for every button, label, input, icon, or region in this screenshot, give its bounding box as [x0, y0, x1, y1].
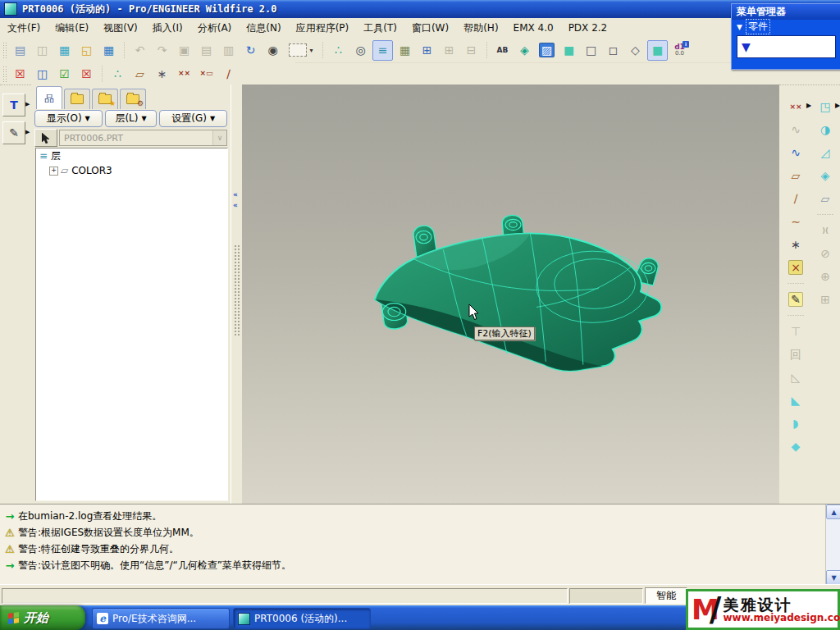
datum-display-button[interactable]: ◈ — [514, 40, 535, 61]
menu-manager-listbox[interactable]: ▼ — [737, 35, 836, 58]
model-combobox[interactable]: PRT0006.PRT ∨ — [59, 130, 227, 146]
point-display-toggle-button[interactable]: ×× — [174, 63, 194, 84]
chamfer-tool-button[interactable]: ◆ — [785, 436, 807, 457]
annotation-feature-button[interactable]: AB — [492, 40, 513, 61]
surface-copy-tool-button[interactable]: ◣ — [785, 390, 807, 411]
selection-filter-caret-icon[interactable]: ▾ — [309, 47, 313, 54]
axis-display-toggle-button[interactable]: ∕ — [218, 63, 239, 84]
close-window-2-button[interactable]: ☒ — [76, 63, 97, 84]
save-button[interactable]: ▦ — [98, 40, 119, 61]
csys-create-button[interactable]: ∗ — [785, 234, 807, 255]
round-tool-button[interactable]: ◗ — [785, 413, 807, 434]
menu-edit[interactable]: 编辑(E) — [48, 19, 96, 38]
import-points-button[interactable]: ∿ — [785, 142, 807, 163]
expand-plus-icon[interactable]: + — [49, 167, 58, 176]
datum-point-filter-button[interactable]: ∴ — [107, 63, 128, 84]
tab-folders[interactable] — [64, 89, 90, 109]
save-copy-icon: ▦ — [59, 44, 70, 56]
scroll-up-button[interactable]: ▲ — [826, 504, 840, 519]
collapse-panel-icon[interactable]: « — [233, 191, 238, 199]
menu-analysis[interactable]: 分析(A) — [190, 19, 240, 38]
toolbar-grip[interactable] — [2, 66, 7, 82]
taskbar-task-proe-task[interactable]: PRT0006 (活动的)... — [233, 608, 371, 629]
tab-connections[interactable]: ⚙ — [120, 89, 146, 109]
sketch-tool-button[interactable]: ✎ — [785, 289, 807, 310]
menu-insert[interactable]: 插入(I) — [145, 19, 190, 38]
view-manager-button[interactable]: ▦ — [395, 40, 415, 61]
find-icon: ◉ — [267, 44, 277, 56]
wireframe-icon: ◇ — [631, 44, 640, 56]
taskbar-task-browser-task[interactable]: ePro/E技术咨询网... — [92, 608, 230, 629]
layer-dropdown-button[interactable]: 层(L) ▼ — [105, 110, 158, 127]
menu-tools[interactable]: 工具(T) — [356, 19, 404, 38]
tab-model-tree[interactable]: 品 — [36, 86, 62, 109]
datum-point-display-button[interactable]: ∴ — [328, 40, 349, 61]
selection-filter-combobox[interactable]: 智能 — [645, 587, 687, 604]
menu-applications[interactable]: 应用程序(P) — [289, 19, 357, 38]
tree-item-layers-root[interactable]: ≡层 — [36, 148, 227, 163]
datum-axis-create-button[interactable]: ∕ — [785, 188, 807, 209]
style-surface-tool-button[interactable]: ▱ — [815, 188, 837, 209]
regenerate-button[interactable]: ↻ — [240, 40, 261, 61]
start-button[interactable]: 开始 — [0, 605, 85, 630]
repaint-button[interactable]: ▨ — [536, 40, 557, 61]
sweep-tool-button[interactable]: ◿ — [815, 142, 837, 163]
tree-columns-button[interactable]: ⊞ — [417, 40, 437, 61]
display-dropdown-button[interactable]: 显示(O) ▼ — [34, 110, 103, 127]
boundary-blend-tool-button[interactable]: ◈ — [815, 165, 837, 186]
find-button[interactable]: ◉ — [262, 40, 283, 61]
flyout-arrow-icon[interactable]: ▶ — [835, 102, 840, 109]
no-hidden-button[interactable]: ◻ — [603, 40, 623, 61]
select-pointer-button[interactable] — [34, 129, 57, 147]
tree-columns-icon: ⊞ — [422, 44, 432, 56]
menu-emx[interactable]: EMX 4.0 — [506, 20, 561, 36]
point-tag-display-toggle-button[interactable]: ×▭ — [196, 63, 217, 84]
datum-curve-create-button[interactable]: ∼ — [785, 211, 807, 232]
extrude-tool-button[interactable]: ◳ — [815, 96, 837, 117]
selection-filter-box[interactable]: ▾ — [285, 40, 317, 61]
hidden-line-button[interactable]: □ — [581, 40, 601, 61]
shade-button[interactable]: ■ — [559, 40, 579, 61]
open-button[interactable]: ◱ — [76, 40, 97, 61]
layer-tree[interactable]: ≡层+▱COLOR3 — [35, 148, 228, 501]
dimension-info-button[interactable]: d10.0i — [669, 40, 690, 61]
layers-button[interactable]: ≡ — [372, 40, 393, 61]
tab-favorites[interactable]: ★ — [92, 89, 118, 109]
part-model[interactable] — [365, 209, 677, 388]
datum-point-create-button[interactable]: ×× — [785, 96, 807, 117]
save-copy-button[interactable]: ▦ — [54, 40, 75, 61]
wireframe-button[interactable]: ◇ — [625, 40, 646, 61]
flyout-arrow-icon[interactable]: ▶ — [806, 102, 811, 109]
scroll-down-button[interactable]: ▼ — [826, 570, 840, 585]
menu-help[interactable]: 帮助(H) — [456, 19, 505, 38]
menu-pdx[interactable]: PDX 2.2 — [561, 20, 615, 36]
graphics-viewport[interactable]: F2(输入特征) — [242, 84, 779, 504]
close-window-button[interactable]: ☒ — [10, 63, 30, 84]
menu-manager-item-part[interactable]: ▼ 零件 — [732, 20, 840, 34]
menu-file[interactable]: 文件(F) — [0, 19, 48, 38]
settings-dropdown-button[interactable]: 设置(G) ▼ — [159, 110, 227, 127]
tree-item-layer-color3[interactable]: +▱COLOR3 — [36, 163, 227, 178]
shaded-view-button[interactable]: ■ — [647, 40, 668, 61]
new-window-button[interactable]: ◫ — [32, 63, 52, 84]
flyout-arrow-icon[interactable]: ▶ — [25, 129, 30, 135]
zoom-review-button[interactable]: ◎ — [350, 40, 371, 61]
toolbar-grip[interactable] — [2, 42, 7, 58]
menu-info[interactable]: 信息(N) — [239, 19, 288, 38]
collapse-panel-icon[interactable]: « — [233, 202, 238, 209]
splitter-drag-handle[interactable] — [234, 244, 240, 336]
flyout-arrow-icon[interactable]: ▶ — [25, 101, 30, 107]
plane-display-toggle-button[interactable]: ▱ — [130, 63, 150, 84]
browser-toggle-button[interactable]: ✎ — [2, 121, 25, 144]
model-tree-toggle-button[interactable]: T — [2, 94, 25, 116]
csys-display-toggle-button[interactable]: ∗ — [152, 63, 172, 84]
menu-view[interactable]: 视图(V) — [96, 19, 145, 38]
message-scrollbar[interactable]: ▲ ▼ — [825, 504, 840, 585]
activate-window-button[interactable]: ☑ — [54, 63, 75, 84]
new-object-button[interactable]: ▤ — [10, 40, 30, 61]
menu-window[interactable]: 窗口(W) — [404, 19, 456, 38]
revolve-tool-button[interactable]: ◑ — [815, 119, 837, 140]
sweep-tool-icon: ◿ — [821, 147, 830, 158]
offset-points-button[interactable]: × — [785, 257, 807, 278]
datum-plane-create-button[interactable]: ▱ — [785, 165, 807, 186]
